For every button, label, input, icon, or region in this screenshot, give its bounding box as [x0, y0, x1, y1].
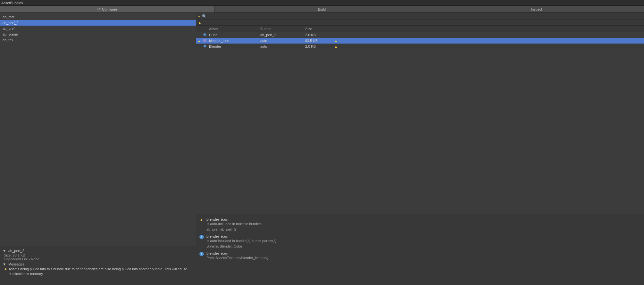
detail-icon-msg2: !	[199, 235, 205, 240]
bundle-item-ab_pref[interactable]: ab_pref	[0, 26, 196, 31]
tab-inspect-label: Inspect	[531, 7, 542, 11]
bundle-message-row: ▲ Assets being pulled into this bundle d…	[3, 267, 193, 277]
bundle-list: ab_matab_perf_2ab_prefab_sceneab_tex	[0, 13, 196, 247]
bundle-detail-panel: ▼ ab_perf_2 Size: 98.1 KB Dependent On: …	[0, 247, 196, 285]
right-panel: ▲ 🔍 ▲ Asset Bundle Size Cubeab_perf_22.6…	[196, 13, 644, 285]
row-bundle-name-blender: auto	[259, 45, 304, 48]
header-warning-icon: ▲	[197, 21, 203, 24]
row-type-icon-blender	[202, 45, 208, 48]
detail-message-msg2: !blender_iconIs auto included in bundle(…	[199, 234, 641, 249]
bundle-item-ab_scene[interactable]: ab_scene	[0, 31, 196, 37]
row-bundle-name-blender_icon: auto	[259, 39, 304, 43]
main-layout: ab_matab_perf_2ab_prefab_sceneab_tex ▼ a…	[0, 13, 644, 285]
row-size-cube: 2.6 KB	[304, 33, 333, 37]
tab-inspect[interactable]: Inspect	[429, 6, 644, 12]
search-input[interactable]	[208, 14, 643, 18]
tab-configure[interactable]: ↺ Configure	[0, 6, 215, 12]
messages-section: ▼ Messages: ▲ Assets being pulled into t…	[3, 262, 193, 277]
bundle-detail-dependent: Dependent On: - None	[3, 257, 193, 261]
row-asset-name-blender: Blender	[208, 45, 259, 48]
tab-build-label: Build	[318, 7, 326, 11]
bundle-item-ab_tex[interactable]: ab_tex	[0, 37, 196, 43]
header-col-size: Size	[304, 27, 333, 31]
row-flag-icon-blender_icon: ▲	[333, 39, 339, 43]
row-flag-icon-blender: ▲	[333, 45, 339, 48]
refresh-icon[interactable]: ↺	[97, 7, 101, 12]
row-type-icon-blender_icon	[202, 39, 208, 43]
bundle-detail-name: ab_perf_2	[8, 249, 24, 253]
bundle-message-text: Assets being pulled into this bundle due…	[9, 267, 193, 277]
asset-table-header: Asset Bundle Size	[196, 26, 644, 32]
detail-message-msg3: !blender_iconPath: Assets/Textures/blend…	[199, 251, 641, 261]
asset-row-blender_icon[interactable]: ▲blender_iconauto93.5 KB▲	[196, 38, 644, 44]
detail-title-msg3: blender_icon	[206, 251, 641, 255]
detail-body-msg1: Is auto-included in multiple bundles: ab…	[206, 221, 641, 232]
search-row-warning-icon: ▲	[197, 14, 201, 18]
bundle-item-ab_mat[interactable]: ab_mat	[0, 14, 196, 20]
row-warn-blender_icon: ▲	[196, 39, 202, 43]
row-size-blender: 2.0 KB	[304, 45, 333, 48]
left-panel: ab_matab_perf_2ab_prefab_sceneab_tex ▼ a…	[0, 13, 196, 285]
row-asset-name-cube: Cube	[208, 33, 259, 37]
detail-title-msg1: blender_icon	[206, 217, 641, 221]
row-bundle-name-cube: ab_perf_2	[259, 33, 304, 37]
detail-title-msg2: blender_icon	[206, 234, 641, 238]
search-icon: 🔍	[202, 14, 207, 19]
header-col-bundle: Bundle	[259, 27, 304, 31]
asset-row-cube[interactable]: Cubeab_perf_22.6 KB	[196, 32, 644, 38]
title-bar: AssetBundles	[0, 0, 644, 6]
row-size-blender_icon: 93.5 KB	[304, 39, 333, 43]
table-warning-header: ▲	[196, 20, 644, 26]
row-asset-name-blender_icon: blender_icon	[208, 39, 259, 43]
row-type-icon-cube	[202, 33, 208, 37]
detail-message-msg1: ▲blender_iconIs auto-included in multipl…	[199, 217, 641, 232]
detail-icon-msg3: !	[199, 252, 205, 257]
tab-configure-label: Configure	[102, 7, 117, 11]
warning-triangle-icon: ▲	[4, 267, 7, 271]
tab-build[interactable]: Build	[215, 6, 430, 12]
title-bar-label: AssetBundles	[1, 1, 23, 5]
tab-bar: ↺ Configure Build Inspect	[0, 6, 644, 13]
bundle-detail-size: Size: 98.1 KB	[3, 253, 193, 257]
detail-body-msg2: Is auto included in bundle(s) due to par…	[206, 238, 641, 249]
asset-row-blender[interactable]: Blenderauto2.0 KB▲	[196, 44, 644, 49]
detail-body-msg3: Path: Assets/Textures/blender_icon.png	[206, 255, 641, 261]
messages-label: ▼ Messages:	[3, 262, 193, 266]
bundle-detail-title: ▼ ab_perf_2	[3, 249, 193, 253]
detail-icon-msg1: ▲	[199, 218, 205, 223]
search-row: ▲ 🔍	[196, 13, 644, 20]
header-col-asset: Asset	[208, 27, 259, 31]
bundle-item-ab_perf_2[interactable]: ab_perf_2	[0, 20, 196, 26]
asset-table: Cubeab_perf_22.6 KB▲blender_iconauto93.5…	[196, 32, 644, 215]
detail-panel: ▲blender_iconIs auto-included in multipl…	[196, 215, 644, 285]
